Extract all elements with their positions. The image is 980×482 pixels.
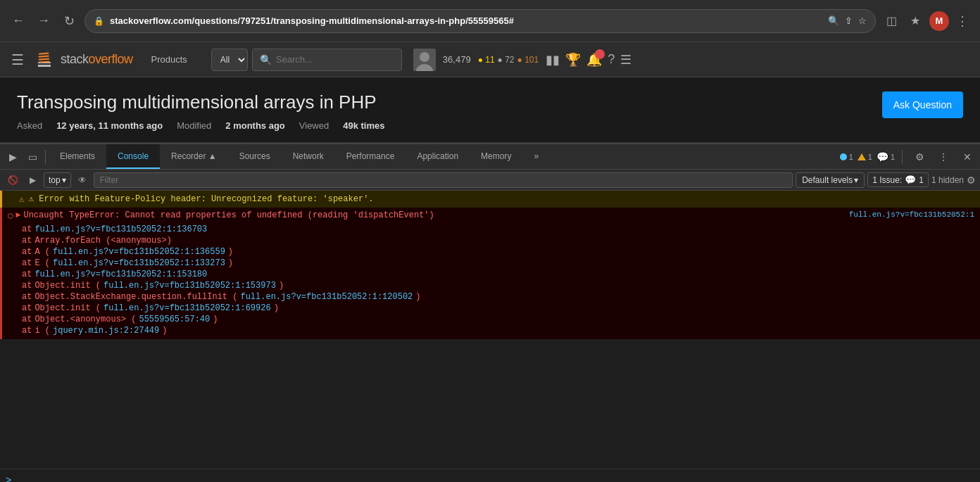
tab-memory[interactable]: Memory xyxy=(470,144,522,169)
so-nav: Products xyxy=(144,50,194,69)
inspect-element-button[interactable]: ▶ xyxy=(3,147,23,167)
tab-performance[interactable]: Performance xyxy=(335,144,406,169)
error-source-link[interactable]: full.en.js?v=fbc131b52052:1 xyxy=(849,210,974,219)
stack-link[interactable]: full.en.js?v=fbc131b52052:1:69926 xyxy=(103,303,271,313)
extensions-button[interactable]: ◫ xyxy=(881,11,901,31)
devtools-close-button[interactable]: ✕ xyxy=(957,147,977,167)
inbox-icon[interactable]: ▮▮ xyxy=(546,52,560,68)
stack-line: at Object.init (full.en.js?v=fbc131b5205… xyxy=(22,280,974,291)
message-badge: 💬 1 xyxy=(877,151,895,163)
asked-label: Asked xyxy=(17,120,42,131)
address-bar[interactable]: 🔒 stackoverflow.com/questions/797251/tra… xyxy=(84,9,876,33)
devtools-tabs: Elements Console Recorder ▲ Sources Netw… xyxy=(49,144,550,169)
modified-label: Modified xyxy=(177,120,211,131)
context-dropdown-icon: ▾ xyxy=(62,175,66,185)
silver-badge: ● 72 xyxy=(498,55,515,65)
devtools-icon-buttons: ▶ ▭ xyxy=(3,147,49,167)
console-settings-icon[interactable]: ⚙ xyxy=(967,175,976,186)
user-avatar[interactable] xyxy=(413,49,436,71)
search-input[interactable] xyxy=(276,54,394,65)
share-icon: ⇧ xyxy=(845,15,853,26)
console-toolbar: 🚫 ▶ top ▾ 👁 Default levels ▾ 1 Issue: 💬 … xyxy=(0,170,980,191)
console-warning-row: ⚠ ⚠ Error with Feature-Policy header: Un… xyxy=(0,191,980,208)
error-expand-icon[interactable]: ► xyxy=(15,210,20,220)
help-icon[interactable]: ? xyxy=(608,52,615,67)
stack-link[interactable]: full.en.js?v=fbc131b52052:1:133273 xyxy=(53,258,225,268)
gold-badge: ● 11 xyxy=(478,55,495,65)
tab-more[interactable]: » xyxy=(522,144,550,169)
tab-sources[interactable]: Sources xyxy=(228,144,282,169)
hamburger-menu-icon[interactable]: ☰ xyxy=(11,51,24,68)
stack-link[interactable]: full.en.js?v=fbc131b52052:1:153973 xyxy=(103,281,276,291)
stack-link[interactable]: full.en.js?v=fbc131b52052:1:136559 xyxy=(53,247,225,257)
achievements-icon[interactable]: 🏆 xyxy=(565,52,581,68)
warning-text: ⚠ Error with Feature-Policy header: Unre… xyxy=(29,194,374,204)
default-levels-label: Default levels xyxy=(802,175,853,185)
issues-message-icon: 💬 xyxy=(905,175,916,185)
browser-chrome: ← → ↻ 🔒 stackoverflow.com/questions/7972… xyxy=(0,0,980,42)
asked-time: 12 years, 11 months ago xyxy=(56,120,163,131)
stack-link[interactable]: jquery.min.js:2:27449 xyxy=(53,326,159,336)
stack-trace: at full.en.js?v=fbc131b52052:1:136703 at… xyxy=(2,224,980,339)
profile-avatar[interactable]: M xyxy=(929,11,949,31)
eye-button[interactable]: 👁 xyxy=(74,172,91,189)
so-logo-svg xyxy=(35,49,56,70)
search-area: All 🔍 xyxy=(211,49,402,71)
circle-badge-count: 1 xyxy=(849,153,853,161)
so-logo[interactable]: stackoverflow xyxy=(35,49,133,70)
console-input[interactable] xyxy=(15,475,974,483)
devtools-settings-button[interactable]: ⚙ xyxy=(910,147,929,167)
browser-actions: ◫ ★ M ⋮ xyxy=(881,11,972,32)
notifications-icon[interactable]: 🔔 xyxy=(586,52,602,68)
error-main-text: Uncaught TypeError: Cannot read properti… xyxy=(23,210,846,220)
message-icon: 💬 xyxy=(877,151,888,163)
devtools-panel: ▶ ▭ Elements Console Recorder ▲ Sources … xyxy=(0,143,980,482)
stack-line: at i (jquery.min.js:2:27449) xyxy=(22,325,974,336)
devtools-more-button[interactable]: ⋮ xyxy=(934,147,953,167)
question-header: Transposing multidimensional arrays in P… xyxy=(0,77,980,143)
back-button[interactable]: ← xyxy=(8,11,28,31)
star-icon: ☆ xyxy=(858,15,867,26)
devtools-tabbar: ▶ ▭ Elements Console Recorder ▲ Sources … xyxy=(0,144,980,170)
search-filter-select[interactable]: All xyxy=(211,49,248,71)
search-bar[interactable]: 🔍 xyxy=(252,49,402,71)
stack-link[interactable]: 55559565:57:40 xyxy=(139,315,210,324)
tab-console[interactable]: Console xyxy=(106,144,160,169)
stack-line: at full.en.js?v=fbc131b52052:1:136703 xyxy=(22,224,974,235)
stack-link[interactable]: full.en.js?v=fbc131b52052:1:153180 xyxy=(34,269,207,279)
default-levels-dropdown[interactable]: Default levels ▾ xyxy=(796,172,865,188)
url-text: stackoverflow.com/questions/797251/trans… xyxy=(110,15,822,26)
stack-line: at A (full.en.js?v=fbc131b52052:1:136559… xyxy=(22,246,974,258)
stack-line: at Object.StackExchange.question.fullIni… xyxy=(22,291,974,303)
context-label: top xyxy=(49,175,61,185)
msg-badge-count: 1 xyxy=(891,153,895,161)
browser-menu-button[interactable]: ⋮ xyxy=(953,11,972,32)
console-filter-input[interactable] xyxy=(94,172,793,188)
tab-network[interactable]: Network xyxy=(282,144,335,169)
ask-question-button[interactable]: Ask Question xyxy=(882,91,963,118)
bookmark-star-icon[interactable]: ★ xyxy=(905,11,925,31)
so-header: ☰ stackoverflow Products All 🔍 xyxy=(0,42,980,77)
stack-line: at Array.forEach (<anonymous>) xyxy=(22,235,974,246)
tab-application[interactable]: Application xyxy=(406,144,470,169)
default-levels-arrow: ▾ xyxy=(854,175,858,185)
devtools-right-area: 1 1 💬 1 ⚙ ⋮ ✕ xyxy=(840,147,977,167)
svg-rect-0 xyxy=(38,65,51,67)
clear-console-button[interactable]: 🚫 xyxy=(4,172,21,189)
stack-link[interactable]: full.en.js?v=fbc131b52052:1:120502 xyxy=(240,292,413,302)
forward-button[interactable]: → xyxy=(34,11,54,31)
products-nav-item[interactable]: Products xyxy=(144,50,194,69)
console-output[interactable]: ⚠ ⚠ Error with Feature-Policy header: Un… xyxy=(0,191,980,469)
tab-recorder[interactable]: Recorder ▲ xyxy=(160,144,228,169)
reload-button[interactable]: ↻ xyxy=(59,11,79,31)
bronze-badge: ● 101 xyxy=(517,55,539,65)
filter-toggle-button[interactable]: ▶ xyxy=(24,172,41,189)
device-toolbar-button[interactable]: ▭ xyxy=(23,147,42,167)
more-options-icon[interactable]: ☰ xyxy=(620,52,632,68)
prompt-symbol: > xyxy=(6,474,11,483)
stack-link[interactable]: full.en.js?v=fbc131b52052:1:136703 xyxy=(34,224,207,234)
search-icon: 🔍 xyxy=(260,54,272,65)
context-selector[interactable]: top ▾ xyxy=(44,172,71,188)
tab-elements[interactable]: Elements xyxy=(49,144,106,169)
viewed-count: 49k times xyxy=(343,120,384,131)
